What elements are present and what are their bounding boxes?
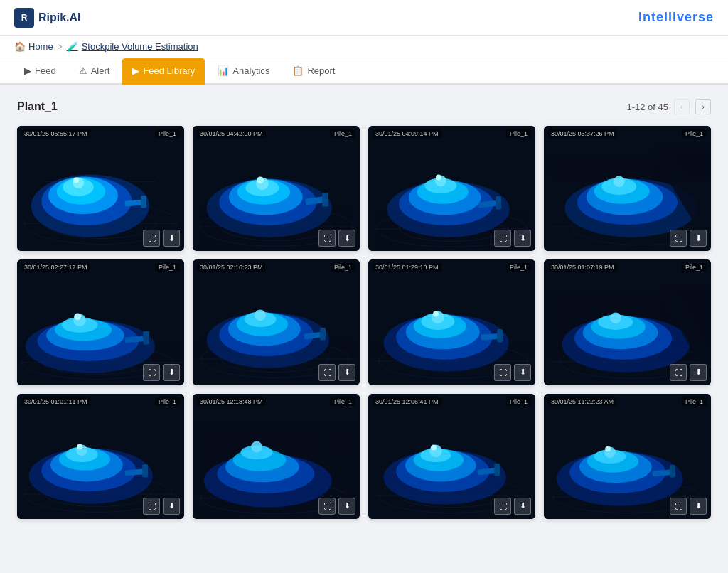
expand-button-3[interactable]: ⛶	[670, 230, 687, 247]
svg-rect-75	[320, 328, 326, 341]
expand-button-5[interactable]: ⛶	[318, 364, 336, 381]
svg-rect-110	[142, 464, 148, 477]
expand-button-10[interactable]: ⛶	[494, 498, 511, 515]
download-button-0[interactable]: ⬇	[163, 230, 180, 247]
brand-name: Intelliverse	[638, 10, 714, 25]
image-card-9[interactable]: 30/01/25 12:18:48 PM Pile_1 ⛶ ⬇	[193, 394, 360, 519]
card-timestamp-8: 30/01/25 01:01:11 PM	[21, 397, 90, 406]
svg-point-51	[614, 176, 625, 188]
expand-button-4[interactable]: ⛶	[143, 364, 160, 381]
expand-button-7[interactable]: ⛶	[670, 364, 687, 381]
card-timestamp-7: 30/01/25 01:07:19 PM	[548, 263, 617, 272]
card-timestamp-4: 30/01/25 02:27:17 PM	[21, 263, 90, 272]
tab-report-label: Report	[307, 65, 335, 76]
breadcrumb-separator: >	[58, 42, 63, 52]
card-label-5: Pile_1	[331, 263, 355, 272]
tab-alert[interactable]: ⚠ Alert	[69, 58, 120, 85]
svg-point-136	[431, 444, 437, 450]
download-button-5[interactable]: ⬇	[338, 364, 355, 381]
brand-name-main: Intelli	[638, 10, 677, 24]
expand-button-1[interactable]: ⛶	[318, 230, 336, 247]
svg-point-112	[77, 444, 82, 449]
image-card-8[interactable]: 30/01/25 01:01:11 PM Pile_1 ⛶ ⬇	[17, 394, 184, 519]
download-button-2[interactable]: ⬇	[514, 230, 531, 247]
card-overlay-top-10: 30/01/25 12:06:41 PM Pile_1	[368, 394, 535, 409]
card-overlay-top-9: 30/01/25 12:18:48 PM Pile_1	[193, 394, 360, 409]
pagination-info: 1-12 of 45 ‹ ›	[626, 99, 711, 114]
card-overlay-bottom-2: ⛶ ⬇	[494, 230, 531, 247]
image-card-3[interactable]: 30/01/25 03:37:26 PM Pile_1 ⛶ ⬇	[544, 126, 711, 251]
download-button-3[interactable]: ⬇	[690, 230, 707, 247]
download-button-11[interactable]: ⬇	[690, 498, 707, 515]
svg-rect-62	[143, 331, 149, 345]
expand-button-8[interactable]: ⛶	[143, 498, 160, 515]
svg-rect-134	[494, 463, 500, 476]
card-overlay-bottom-11: ⛶ ⬇	[670, 498, 707, 515]
analytics-icon: 📊	[218, 65, 229, 76]
pagination-next-button[interactable]: ›	[695, 99, 711, 114]
download-button-7[interactable]: ⬇	[690, 364, 707, 381]
breadcrumb-current-icon: 🧪	[67, 41, 78, 52]
card-timestamp-3: 30/01/25 03:37:26 PM	[548, 129, 617, 138]
image-card-5[interactable]: 30/01/25 02:16:23 PM Pile_1 ⛶ ⬇	[193, 259, 360, 385]
card-overlay-bottom-9: ⛶ ⬇	[318, 498, 355, 515]
svg-point-40	[436, 175, 441, 181]
section-title: Plant_1	[17, 100, 58, 113]
svg-rect-38	[496, 196, 501, 210]
image-card-0[interactable]: 30/01/25 05:55:17 PM Pile_1 ⛶ ⬇	[17, 126, 184, 251]
breadcrumb-current[interactable]: 🧪 Stockpile Volume Estimation	[67, 41, 198, 52]
card-overlay-bottom-8: ⛶ ⬇	[143, 498, 180, 515]
card-overlay-bottom-0: ⛶ ⬇	[143, 230, 180, 247]
download-button-10[interactable]: ⬇	[514, 498, 531, 515]
card-label-8: Pile_1	[155, 397, 180, 406]
card-overlay-top-6: 30/01/25 01:29:18 PM Pile_1	[368, 259, 535, 275]
download-button-8[interactable]: ⬇	[163, 498, 180, 515]
logo: R Ripik.AI	[14, 8, 81, 28]
image-card-4[interactable]: 30/01/25 02:27:17 PM Pile_1 ⛶ ⬇	[17, 259, 184, 385]
expand-button-0[interactable]: ⛶	[143, 230, 160, 247]
expand-button-11[interactable]: ⛶	[670, 498, 687, 515]
logo-text: Ripik.AI	[38, 11, 81, 24]
tab-feed-library[interactable]: ▶ Feed Library	[122, 58, 205, 85]
tab-analytics[interactable]: 📊 Analytics	[208, 58, 279, 85]
image-grid: 30/01/25 05:55:17 PM Pile_1 ⛶ ⬇ 30/01/25…	[17, 126, 711, 519]
card-label-7: Pile_1	[682, 263, 707, 272]
download-button-4[interactable]: ⬇	[163, 364, 180, 381]
card-overlay-top-0: 30/01/25 05:55:17 PM Pile_1	[17, 126, 184, 141]
download-button-1[interactable]: ⬇	[338, 230, 355, 247]
tab-report[interactable]: 📋 Report	[282, 58, 345, 85]
card-label-0: Pile_1	[155, 129, 180, 138]
brand-name-accent: verse	[677, 10, 714, 24]
card-timestamp-10: 30/01/25 12:06:41 PM	[373, 397, 441, 406]
card-overlay-bottom-5: ⛶ ⬇	[318, 364, 355, 381]
feed-icon: ▶	[24, 65, 31, 76]
alert-icon: ⚠	[79, 65, 87, 76]
image-card-10[interactable]: 30/01/25 12:06:41 PM Pile_1 ⛶ ⬇	[368, 394, 535, 519]
card-overlay-bottom-7: ⛶ ⬇	[670, 364, 707, 381]
card-timestamp-0: 30/01/25 05:55:17 PM	[21, 129, 90, 138]
expand-button-6[interactable]: ⛶	[494, 364, 511, 381]
pagination-prev-button[interactable]: ‹	[674, 99, 690, 114]
image-card-2[interactable]: 30/01/25 04:09:14 PM Pile_1 ⛶ ⬇	[368, 126, 535, 251]
main-content: Plant_1 1-12 of 45 ‹ › 30/01	[0, 85, 728, 533]
image-card-1[interactable]: 30/01/25 04:42:00 PM Pile_1 ⛶ ⬇	[193, 126, 360, 251]
image-card-7[interactable]: 30/01/25 01:07:19 PM Pile_1 ⛶ ⬇	[544, 259, 711, 385]
tab-feed-label: Feed	[35, 65, 56, 76]
download-button-9[interactable]: ⬇	[338, 498, 355, 515]
card-label-4: Pile_1	[155, 263, 180, 272]
section-header: Plant_1 1-12 of 45 ‹ ›	[17, 99, 711, 114]
card-label-9: Pile_1	[331, 397, 355, 406]
svg-point-99	[610, 313, 621, 324]
breadcrumb-home[interactable]: 🏠 Home	[14, 41, 53, 52]
tab-feed[interactable]: ▶ Feed	[14, 58, 66, 85]
expand-button-9[interactable]: ⛶	[318, 498, 336, 515]
card-timestamp-6: 30/01/25 01:29:18 PM	[373, 263, 441, 272]
logo-icon: R	[14, 8, 34, 28]
card-timestamp-11: 30/01/25 11:22:23 AM	[548, 397, 616, 406]
image-card-11[interactable]: 30/01/25 11:22:23 AM Pile_1 ⛶ ⬇	[544, 394, 711, 519]
image-card-6[interactable]: 30/01/25 01:29:18 PM Pile_1 ⛶ ⬇	[368, 259, 535, 385]
card-label-2: Pile_1	[506, 129, 531, 138]
expand-button-2[interactable]: ⛶	[494, 230, 511, 247]
svg-rect-86	[497, 329, 503, 343]
download-button-6[interactable]: ⬇	[514, 364, 531, 381]
